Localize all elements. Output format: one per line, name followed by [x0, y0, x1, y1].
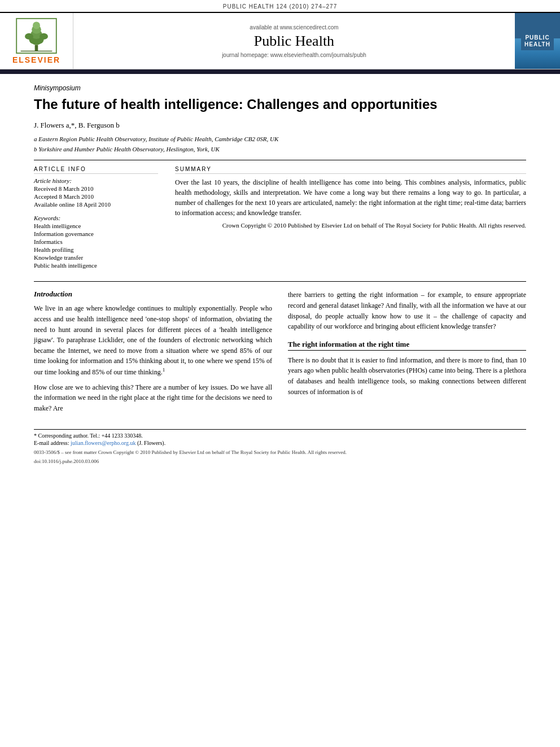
- article-history-label: Article history:: [34, 177, 158, 184]
- right-section-body: There is no doubt that it is easier to f…: [288, 355, 526, 397]
- journal-name: Public Health: [254, 33, 334, 50]
- keyword-2: Information governance: [34, 230, 158, 237]
- footer-legal-text: 0033-3506/$ – see front matter Crown Cop…: [34, 449, 526, 455]
- article-meta-section: ARTICLE INFO Article history: Received 8…: [34, 166, 526, 270]
- journal-reference: PUBLIC HEALTH 124 (2010) 274–277: [0, 0, 560, 12]
- journal-info-center: available at www.sciencedirect.com Publi…: [73, 13, 515, 69]
- keywords-section: Keywords: Health intelligence Informatio…: [34, 215, 158, 269]
- email-footnote: E-mail address: julian.flowers@erpho.org…: [34, 440, 526, 446]
- corresponding-author-note: * Corresponding author. Tel.: +44 1233 3…: [34, 433, 526, 439]
- footer-doi: doi:10.1016/j.puhe.2010.03.006: [34, 458, 526, 464]
- main-content: Minisymposium The future of health intel…: [0, 74, 560, 475]
- email-label: E-mail address:: [34, 440, 69, 446]
- received-date: Received 8 March 2010: [34, 185, 158, 192]
- header-banner: ELSEVIER available at www.sciencedirect.…: [0, 12, 560, 69]
- keyword-6: Public health intelligence: [34, 262, 158, 269]
- available-online-date: Available online 18 April 2010: [34, 201, 158, 208]
- summary-column: SUMMARY Over the last 10 years, the disc…: [175, 166, 526, 270]
- right-section-heading: The right information at the right time: [288, 340, 526, 351]
- divider: [34, 160, 526, 160]
- dark-separator-bar: [0, 69, 560, 74]
- affiliation-a: a Eastern Region Public Health Observato…: [34, 134, 526, 145]
- email-link[interactable]: julian.flowers@erpho.org.uk: [71, 440, 135, 446]
- public-health-badge: PUBLICHEALTH: [515, 13, 560, 69]
- accepted-date: Accepted 8 March 2010: [34, 193, 158, 200]
- svg-point-5: [33, 21, 40, 29]
- page-footer: * Corresponding author. Tel.: +44 1233 3…: [34, 429, 526, 464]
- svg-point-6: [25, 33, 33, 40]
- keyword-4: Health profiling: [34, 246, 158, 253]
- summary-heading: SUMMARY: [175, 166, 526, 174]
- body-left-column: Introduction We live in an age where kno…: [34, 290, 272, 418]
- authors: J. Flowers a,*, B. Ferguson b: [34, 121, 526, 130]
- article-title: The future of health intelligence: Chall…: [34, 95, 526, 113]
- summary-text: Over the last 10 years, the discipline o…: [175, 177, 526, 218]
- article-info-heading: ARTICLE INFO: [34, 166, 158, 174]
- elsevier-tree-icon: [15, 18, 58, 54]
- elsevier-wordmark: ELSEVIER: [12, 55, 60, 64]
- keyword-1: Health intelligence: [34, 222, 158, 229]
- elsevier-logo-section: ELSEVIER: [0, 13, 73, 69]
- section-label: Minisymposium: [34, 84, 526, 92]
- keywords-label: Keywords:: [34, 215, 158, 221]
- svg-point-7: [40, 33, 48, 40]
- body-columns: Introduction We live in an age where kno…: [34, 281, 526, 418]
- affiliation-b: b Yorkshire and Humber Public Health Obs…: [34, 145, 526, 155]
- intro-heading: Introduction: [34, 290, 272, 299]
- intro-paragraph-2: How close are we to achieving this? Ther…: [34, 382, 272, 414]
- article-info-column: ARTICLE INFO Article history: Received 8…: [34, 166, 158, 270]
- affiliations: a Eastern Region Public Health Observato…: [34, 134, 526, 154]
- summary-copyright: Crown Copyright © 2010 Published by Else…: [175, 221, 526, 230]
- available-at-text: available at www.sciencedirect.com: [250, 24, 338, 30]
- svg-rect-1: [35, 45, 38, 51]
- journal-homepage-url: journal homepage: www.elsevierhealth.com…: [222, 52, 366, 58]
- right-continuation-text: there barriers to getting the right info…: [288, 290, 526, 331]
- intro-paragraph-1: We live in an age where knowledge contin…: [34, 303, 272, 377]
- elsevier-logo: ELSEVIER: [12, 18, 60, 64]
- keyword-3: Informatics: [34, 238, 158, 245]
- badge-label: PUBLICHEALTH: [521, 32, 554, 50]
- badge-content: PUBLICHEALTH: [515, 13, 560, 69]
- body-right-column: there barriers to getting the right info…: [288, 290, 526, 418]
- keyword-5: Knowledge transfer: [34, 254, 158, 261]
- footnote-ref-1: 1: [163, 367, 165, 373]
- email-author-name: (J. Flowers).: [137, 440, 165, 446]
